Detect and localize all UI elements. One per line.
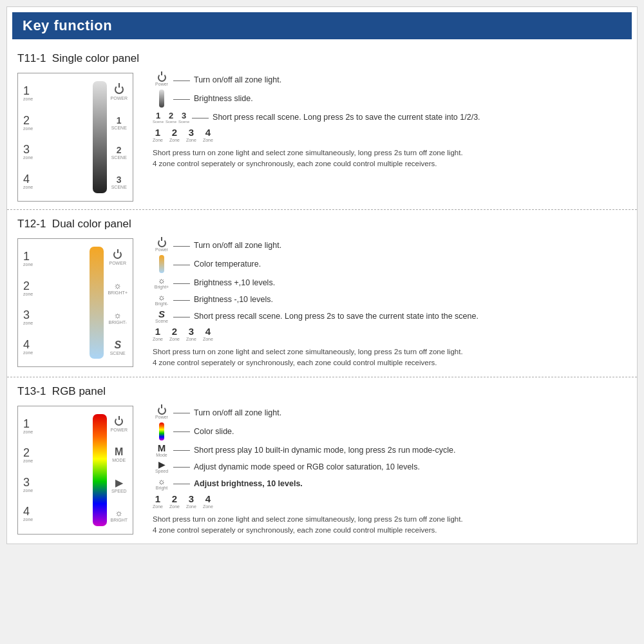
t12-slider-bar bbox=[90, 247, 104, 359]
t12-zones: 1 zone 2 zone 3 zone 4 zone bbox=[23, 244, 86, 361]
t11-desc-scene-icon: 1 Scene 2 Scene 3 Scene bbox=[153, 111, 189, 124]
t11-power-icon: POWER bbox=[111, 85, 128, 100]
t11-zones: 1 zone 2 zone 3 zone 4 zone bbox=[23, 79, 89, 196]
t11-zone-2: 2 zone bbox=[23, 115, 89, 131]
t11-scene-3-icon: 3 SCENE bbox=[111, 175, 127, 189]
t13-desc-speed: ▶ Speed —— Adjust dynamic mode speed or … bbox=[153, 460, 627, 474]
section-t13-title: T13-1 RGB panel bbox=[17, 385, 627, 398]
t13-panel-box: 1 zone 2 zone 3 zone 4 zone bbox=[17, 406, 133, 535]
t13-desc-colorslide-icon bbox=[153, 422, 171, 440]
t11-zone-3: 3 zone bbox=[23, 144, 89, 160]
section-t11-title: T11-1 Single color panel bbox=[17, 52, 627, 65]
t13-descriptions: Power —— Turn on/off all zone light. —— … bbox=[153, 406, 627, 536]
t12-desc-zones: 1 Zone 2 Zone 3 Zone 4 Z bbox=[153, 326, 627, 341]
t11-desc-brightness-icon bbox=[153, 90, 171, 108]
t12-bright-minus-icon: ☼ BRIGHT- bbox=[109, 310, 127, 325]
t12-desc-colortemp: —— Color temperature. bbox=[153, 255, 627, 273]
t11-paragraph: Short press turn on zone light and selec… bbox=[153, 147, 627, 170]
t13-power-icon: POWER bbox=[111, 417, 128, 432]
t11-descriptions: Power —— Turn on/off all zone light. —— … bbox=[153, 73, 627, 170]
t11-desc-brightness: —— Brightness slide. bbox=[153, 90, 627, 108]
t13-mode-m-icon: M MODE bbox=[112, 446, 126, 462]
t13-zones: 1 zone 2 zone 3 zone 4 zone bbox=[23, 412, 89, 529]
t11-desc-scene: 1 Scene 2 Scene 3 Scene bbox=[153, 110, 627, 124]
t13-slider bbox=[93, 412, 107, 529]
t12-desc-brightminus-icon: ☼ Bright- bbox=[153, 293, 171, 306]
t12-slider bbox=[90, 244, 104, 361]
section-t12: T12-1 Dual color panel 1 zone 2 zone 3 z… bbox=[7, 210, 637, 377]
section-t11-content: 1 zone 2 zone 3 zone 4 zone bbox=[17, 73, 627, 202]
t12-scene-s-icon: S SCENE bbox=[110, 339, 126, 355]
t12-paragraph: Short press turn on zone light and selec… bbox=[153, 346, 627, 369]
t13-desc-zones: 1 Zone 2 Zone 3 Zone 4 Z bbox=[153, 493, 627, 509]
t13-speed-icon: ▶ SPEED bbox=[111, 477, 127, 493]
t13-desc-power-icon: Power bbox=[153, 406, 171, 419]
t12-desc-scene-icon: S Scene bbox=[153, 309, 171, 323]
t12-right-icons: POWER ☼ BRIGHT+ ☼ BRIGHT- S SCENE bbox=[108, 244, 128, 361]
t13-slider-bar bbox=[93, 414, 107, 526]
t13-desc-power: Power —— Turn on/off all zone light. bbox=[153, 406, 627, 420]
t12-desc-bright-plus: ☼ Bright+ —— Brightness +,10 levels. bbox=[153, 276, 627, 290]
t12-power-icon: POWER bbox=[109, 251, 126, 265]
t11-slider-bar bbox=[93, 81, 107, 193]
section-t12-content: 1 zone 2 zone 3 zone 4 zone bbox=[17, 238, 627, 369]
t12-desc-brightplus-icon: ☼ Bright+ bbox=[153, 276, 171, 289]
section-t13-content: 1 zone 2 zone 3 zone 4 zone bbox=[17, 406, 627, 536]
t12-panel-box: 1 zone 2 zone 3 zone 4 zone bbox=[17, 238, 133, 367]
header-bar: Key function bbox=[12, 12, 632, 39]
section-t11: T11-1 Single color panel 1 zone 2 zone 3… bbox=[7, 44, 637, 210]
t13-desc-mode-icon: M Mode bbox=[153, 443, 171, 457]
t13-desc-mode: M Mode —— Short press play 10 built-in d… bbox=[153, 443, 627, 457]
t13-desc-bright: ☼ Bright —— Adjust brightness, 10 levels… bbox=[153, 477, 627, 491]
t13-paragraph: Short press turn on zone light and selec… bbox=[153, 514, 627, 536]
t12-desc-bright-minus: ☼ Bright- —— Brightness -,10 levels. bbox=[153, 292, 627, 307]
main-page: Key function T11-1 Single color panel 1 … bbox=[6, 6, 638, 544]
page-title: Key function bbox=[23, 17, 621, 34]
t11-desc-power-icon: Power bbox=[153, 73, 171, 86]
t11-desc-zones: 1 Zone 2 Zone 3 Zone 4 Z bbox=[153, 127, 627, 142]
t11-slider bbox=[93, 79, 107, 196]
t13-bright-icon: ☼ BRIGHT bbox=[111, 507, 128, 522]
t11-desc-power: Power —— Turn on/off all zone light. bbox=[153, 73, 627, 87]
t13-desc-color: —— Color slide. bbox=[153, 422, 627, 440]
section-t13: T13-1 RGB panel 1 zone 2 zone 3 zone bbox=[7, 377, 637, 544]
t11-zone-1: 1 zone bbox=[23, 85, 89, 101]
t12-descriptions: Power —— Turn on/off all zone light. —— … bbox=[153, 238, 627, 369]
t13-right-icons: POWER M MODE ▶ SPEED ☼ BRIGHT bbox=[111, 412, 128, 529]
t12-bright-plus-icon: ☼ BRIGHT+ bbox=[108, 280, 128, 295]
t13-desc-speed-icon: ▶ Speed bbox=[153, 460, 171, 473]
t12-desc-power-icon: Power bbox=[153, 239, 171, 252]
t11-right-icons: POWER 1 SCENE 2 SCENE 3 SCENE bbox=[111, 79, 128, 196]
t11-panel-box: 1 zone 2 zone 3 zone 4 zone bbox=[17, 73, 133, 202]
t13-desc-bright-icon: ☼ Bright bbox=[153, 477, 171, 490]
t11-scene-1-icon: 1 SCENE bbox=[111, 115, 127, 130]
t11-zone-4: 4 zone bbox=[23, 173, 89, 189]
t11-scene-2-icon: 2 SCENE bbox=[111, 145, 127, 160]
section-t12-title: T12-1 Dual color panel bbox=[17, 218, 627, 231]
t12-desc-colortemp-icon bbox=[153, 255, 171, 273]
t12-desc-scene: S Scene —— Short press recall scene. Lon… bbox=[153, 309, 627, 323]
t12-desc-power: Power —— Turn on/off all zone light. bbox=[153, 238, 627, 252]
